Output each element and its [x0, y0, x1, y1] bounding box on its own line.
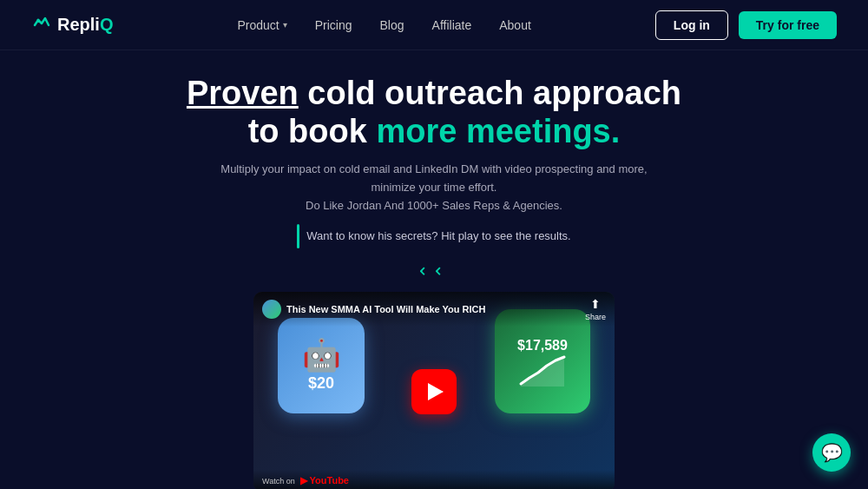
play-button[interactable] — [411, 369, 457, 414]
share-icon: ⬆ — [590, 297, 601, 311]
channel-avatar — [262, 300, 281, 319]
share-button[interactable]: ⬆ Share — [585, 297, 606, 321]
video-bottom-bar: Watch on ▶ YouTube — [253, 470, 615, 489]
play-icon — [428, 383, 444, 400]
try-free-button[interactable]: Try for free — [739, 11, 837, 39]
logo-icon — [31, 15, 52, 36]
hero-title: Proven cold outreach approach to book mo… — [187, 75, 681, 150]
youtube-logo: ▶ YouTube — [300, 475, 349, 486]
nav-links: Product ▾ Pricing Blog Affiliate About — [237, 18, 530, 32]
scroll-hint: ⌄⌄ — [426, 254, 442, 287]
nav-actions: Log in Try for free — [655, 10, 837, 40]
nav-affiliate[interactable]: Affiliate — [432, 18, 472, 32]
nav-product[interactable]: Product ▾ — [237, 18, 286, 32]
robot-card: 🤖 $20 — [278, 318, 365, 413]
svg-point-0 — [37, 18, 40, 21]
video-channel-info: This New SMMA AI Tool Will Make You RICH — [262, 300, 486, 319]
video-title: This New SMMA AI Tool Will Make You RICH — [286, 304, 486, 314]
right-price: $17,589 — [517, 338, 568, 354]
video-player[interactable]: This New SMMA AI Tool Will Make You RICH… — [253, 292, 615, 489]
chart-icon — [516, 354, 569, 388]
hero-quote: Want to know his secrets? Hit play to se… — [306, 229, 570, 242]
logo[interactable]: RepliQ — [31, 15, 113, 36]
chat-icon: 💬 — [821, 442, 843, 463]
navbar: RepliQ Product ▾ Pricing Blog Affiliate … — [0, 0, 868, 50]
hero-quote-row: Want to know his secrets? Hit play to se… — [297, 224, 570, 248]
hero-section: Proven cold outreach approach to book mo… — [0, 50, 868, 489]
nav-about[interactable]: About — [499, 18, 531, 32]
left-price: $20 — [308, 374, 334, 393]
quote-bar — [297, 224, 299, 248]
nav-blog[interactable]: Blog — [380, 18, 404, 32]
nav-pricing[interactable]: Pricing — [315, 18, 352, 32]
hero-subtitle: Multiply your impact on cold email and L… — [217, 161, 651, 215]
video-top-bar: This New SMMA AI Tool Will Make You RICH… — [253, 292, 615, 327]
login-button[interactable]: Log in — [655, 10, 728, 40]
robot-icon: 🤖 — [302, 340, 341, 371]
chat-bubble-button[interactable]: 💬 — [812, 433, 851, 472]
logo-text: RepliQ — [57, 15, 113, 35]
chevron-down-icon: ▾ — [283, 20, 287, 30]
